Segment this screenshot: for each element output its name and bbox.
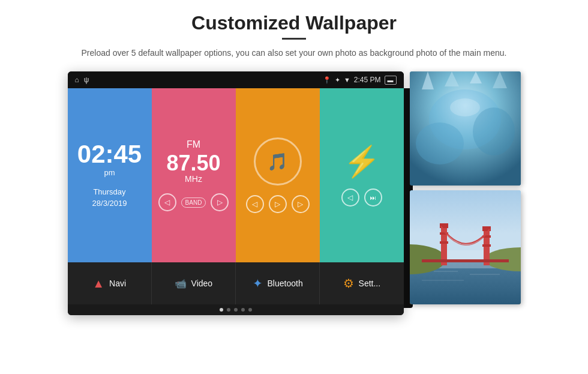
fm-next-button[interactable]: ▷ (211, 193, 229, 211)
music-next-button[interactable]: ▷ (292, 195, 310, 213)
fm-controls: ◁ BAND ▷ (158, 193, 229, 211)
svg-rect-21 (482, 244, 491, 247)
settings-icon: ⚙ (343, 276, 354, 291)
nav-video[interactable]: 📹 Video (152, 262, 236, 304)
bridge-svg (410, 190, 521, 304)
dot-3[interactable] (234, 308, 238, 312)
bluetooth-icon: ⚡ (343, 144, 380, 179)
svg-rect-22 (422, 259, 509, 262)
fm-frequency: 87.50 (166, 152, 220, 174)
fm-band-button[interactable]: BAND (181, 198, 206, 208)
status-time: 2:45 PM (354, 76, 381, 84)
clock-time: 02:45 (77, 142, 142, 167)
music-play-button[interactable]: ▷ (269, 195, 287, 213)
bluetooth-tile[interactable]: ⚡ ◁ ⏭ (320, 88, 404, 262)
bluetooth-status-icon: ✦ (335, 76, 340, 84)
car-screen: ⌂ ψ 📍 ✦ ▼ 2:45 PM ▬ 02:45 pm (68, 71, 404, 315)
home-icon: ⌂ (75, 76, 79, 84)
title-underline (282, 38, 306, 40)
bt-nav-icon: ✦ (253, 276, 263, 291)
app-grid-top: 02:45 pm Thursday 28/3/2019 FM 87.50 MHz… (68, 88, 404, 262)
bottom-nav: ▲ Navi 📹 Video ✦ Bluetooth ⚙ Sett... (68, 262, 404, 304)
music-controls: ◁ ▷ ▷ (246, 195, 310, 213)
ice-cave-svg (410, 71, 521, 185)
ice-cave-photo (410, 71, 521, 185)
bridge-visual (410, 190, 521, 304)
battery-icon: ▬ (385, 76, 397, 85)
navi-label: Navi (109, 279, 126, 288)
main-content: ⌂ ψ 📍 ✦ ▼ 2:45 PM ▬ 02:45 pm (0, 65, 588, 321)
status-bar: ⌂ ψ 📍 ✦ ▼ 2:45 PM ▬ (68, 71, 404, 88)
svg-point-3 (473, 107, 515, 155)
fm-prev-button[interactable]: ◁ (158, 193, 176, 211)
clock-tile[interactable]: 02:45 pm Thursday 28/3/2019 (68, 88, 152, 262)
dots-bar (68, 304, 404, 315)
bridge-photo (410, 190, 521, 304)
navi-icon: ▲ (92, 277, 104, 291)
music-note-icon: 🎵 (267, 152, 288, 172)
page-header: Customized Wallpaper Preload over 5 defa… (0, 0, 588, 65)
bt-label: Bluetooth (268, 279, 303, 288)
fm-unit: MHz (185, 174, 202, 184)
ice-cave-visual (410, 71, 521, 185)
nav-bluetooth[interactable]: ✦ Bluetooth (236, 262, 320, 304)
location-icon: 📍 (323, 76, 331, 84)
status-left: ⌂ ψ (75, 76, 89, 84)
dot-5[interactable] (248, 308, 252, 312)
svg-point-2 (416, 122, 464, 164)
nav-settings[interactable]: ⚙ Sett... (320, 262, 403, 304)
svg-rect-19 (482, 226, 491, 231)
status-right: 📍 ✦ ▼ 2:45 PM ▬ (323, 76, 397, 85)
bt-prev-button[interactable]: ◁ (341, 189, 359, 207)
video-icon: 📹 (175, 278, 187, 289)
clock-date: Thursday 28/3/2019 (92, 187, 127, 208)
fm-label: FM (187, 139, 200, 150)
bt-controls: ◁ ⏭ (341, 189, 382, 207)
dot-1[interactable] (220, 308, 223, 312)
fm-tile[interactable]: FM 87.50 MHz ◁ BAND ▷ (152, 88, 236, 262)
car-screen-wrapper: ⌂ ψ 📍 ✦ ▼ 2:45 PM ▬ 02:45 pm (68, 71, 404, 315)
signal-icon: ▼ (344, 76, 350, 83)
svg-point-8 (450, 98, 480, 116)
music-tile[interactable]: 🎵 ◁ ▷ ▷ (236, 88, 320, 262)
bt-play-button[interactable]: ⏭ (364, 189, 382, 207)
side-photos (410, 71, 521, 304)
nav-navi[interactable]: ▲ Navi (68, 262, 152, 304)
video-label: Video (191, 279, 213, 288)
usb-icon: ψ (84, 76, 89, 84)
page-subtitle: Preload over 5 default wallpaper options… (36, 47, 552, 59)
settings-label: Sett... (359, 279, 381, 288)
dot-4[interactable] (241, 308, 245, 312)
clock-ampm: pm (104, 168, 115, 177)
music-prev-button[interactable]: ◁ (246, 195, 264, 213)
svg-rect-17 (440, 241, 448, 244)
page-title: Customized Wallpaper (36, 12, 552, 34)
music-icon-circle: 🎵 (254, 137, 302, 185)
dot-2[interactable] (227, 308, 230, 312)
